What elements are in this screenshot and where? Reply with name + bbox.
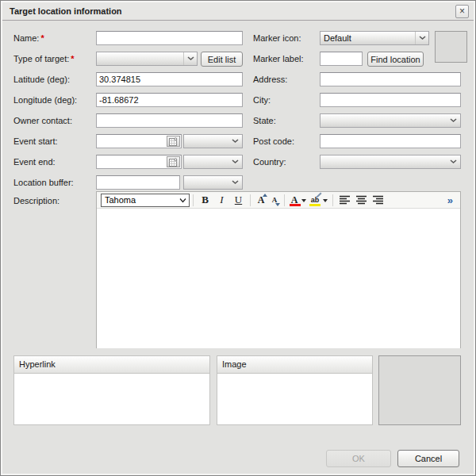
required-marker: * [71,54,74,63]
owner-contact-label: Owner contact: [13,113,72,128]
calendar-icon[interactable] [167,136,180,147]
highlight-color-bar [309,204,321,206]
close-icon[interactable]: × [455,5,469,18]
highlight-dropdown-arrow-icon[interactable] [323,199,328,205]
more-tools-button[interactable]: » [447,194,453,206]
description-editor: Tahoma B I U A A A ab » [96,191,461,348]
chevron-down-icon [447,114,460,127]
type-of-target-select[interactable] [96,52,198,66]
underline-button[interactable]: U [230,193,247,207]
event-end-date-field [96,155,182,169]
font-family-select[interactable]: Tahoma [101,194,190,207]
image-panel-header[interactable]: Image [217,355,373,374]
align-center-icon [356,195,367,205]
required-marker: * [40,33,44,43]
event-end-date-input[interactable] [97,156,167,167]
font-color-dropdown-arrow-icon[interactable] [301,199,306,205]
chevron-down-icon [228,176,242,189]
type-of-target-label-text: Type of target: [13,54,69,63]
city-label: City: [253,93,271,107]
description-label: Description: [13,194,60,208]
event-start-label: Event start: [13,134,58,148]
chevron-down-icon [183,52,197,65]
cancel-button[interactable]: Cancel [397,450,459,467]
target-location-dialog: Target location information × Name:* Typ… [0,0,476,476]
location-buffer-unit-select[interactable] [183,175,243,190]
state-select[interactable] [320,113,461,128]
highlight-button[interactable]: ab [308,193,322,207]
marker-icon-label: Marker icon: [253,31,301,45]
italic-button[interactable]: I [213,193,230,207]
bold-button[interactable]: B [197,193,213,207]
latitude-label: Latitude (deg): [13,72,70,86]
location-buffer-input[interactable] [96,175,180,190]
font-family-value: Tahoma [105,195,136,205]
location-buffer-label: Location buffer: [13,175,74,190]
hyperlink-panel-header[interactable]: Hyperlink [13,355,210,374]
event-end-label: Event end: [13,155,56,169]
marker-icon-preview [435,31,467,63]
event-start-date-field [96,134,182,148]
find-location-button[interactable]: Find location [367,52,424,67]
toolbar-separator [284,194,285,206]
city-input[interactable] [320,93,461,107]
caret-up-icon [263,194,267,197]
align-center-button[interactable] [353,193,370,207]
decrease-font-size-button[interactable]: A [268,193,281,207]
align-right-icon [373,195,384,205]
longitude-label: Longitude (deg): [13,93,77,107]
marker-icon-select[interactable]: Default [320,31,429,45]
post-code-input[interactable] [320,134,461,148]
type-of-target-label: Type of target:* [13,52,75,66]
event-end-time-select[interactable] [183,155,243,169]
align-left-icon [340,195,351,205]
address-input[interactable] [320,72,461,86]
font-color-button[interactable]: A [288,193,301,207]
toolbar-separator [250,194,251,206]
description-toolbar: Tahoma B I U A A A ab » [97,192,460,209]
titlebar: Target location information × [2,2,474,21]
chevron-down-icon [228,155,242,168]
increase-font-size-button[interactable]: A [254,193,268,207]
edit-list-button[interactable]: Edit list [201,52,243,67]
event-start-date-input[interactable] [97,136,167,147]
image-preview [378,355,461,425]
latitude-input[interactable] [96,72,243,86]
toolbar-separator [332,194,333,206]
post-code-label: Post code: [253,134,294,148]
marker-icon-value: Default [321,33,415,43]
owner-contact-input[interactable] [96,113,243,128]
chevron-down-icon [415,32,428,44]
dialog-title: Target location information [10,6,122,16]
event-start-time-select[interactable] [183,134,243,148]
name-label-text: Name: [13,33,39,43]
align-left-button[interactable] [336,193,353,207]
caret-down-icon [275,203,280,206]
chevron-down-icon [179,195,186,205]
chevron-down-icon [228,135,242,148]
address-label: Address: [253,72,287,86]
longitude-input[interactable] [96,93,243,107]
font-color-bar [290,204,301,206]
toolbar-separator [193,194,194,206]
name-label: Name:* [13,31,44,45]
country-label: Country: [253,155,286,169]
ok-button[interactable]: OK [326,450,391,467]
state-label: State: [253,113,276,128]
hyperlink-list[interactable] [13,374,210,425]
image-list[interactable] [217,374,373,425]
name-input[interactable] [96,31,243,45]
country-select[interactable] [320,155,461,169]
description-textarea[interactable] [97,209,460,348]
chevron-down-icon [447,155,460,168]
align-right-button[interactable] [370,193,386,207]
marker-label-label: Marker label: [253,52,304,66]
calendar-icon[interactable] [167,156,180,167]
marker-label-input[interactable] [320,52,363,66]
